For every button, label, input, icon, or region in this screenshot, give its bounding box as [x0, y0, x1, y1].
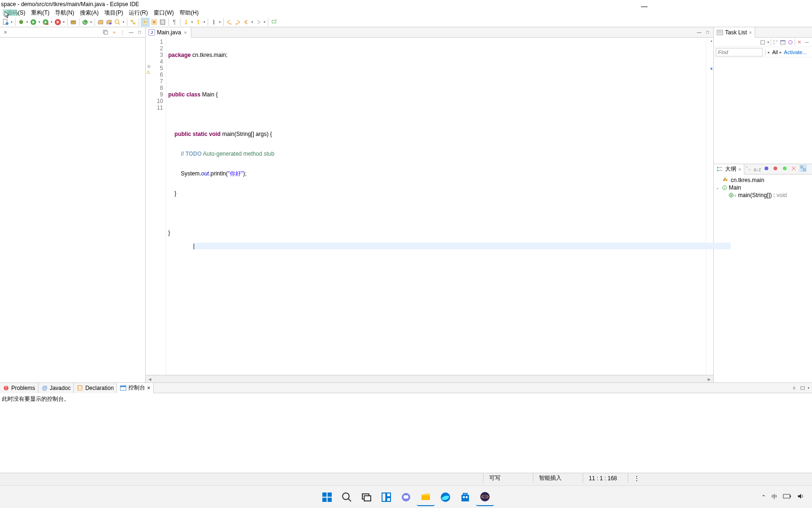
- outline-hide-static-icon[interactable]: [772, 165, 779, 172]
- new-icon[interactable]: [2, 18, 9, 26]
- run-dropdown[interactable]: [38, 20, 41, 24]
- pin-editor-icon[interactable]: [270, 18, 278, 26]
- paragraph-icon[interactable]: ¶: [171, 18, 178, 26]
- nav-fwd-icon[interactable]: [255, 18, 262, 26]
- declaration-tab[interactable]: D Declaration: [74, 383, 117, 393]
- menu-project[interactable]: 项目(P): [102, 9, 126, 17]
- collapse-tasks-icon[interactable]: ✕: [796, 39, 803, 46]
- editor-minimize-icon[interactable]: —: [695, 29, 703, 36]
- display-console-dropdown[interactable]: [807, 384, 810, 392]
- last-edit-icon[interactable]: [210, 18, 218, 26]
- all-arrow-icon[interactable]: ▸: [768, 50, 770, 55]
- console-close-icon[interactable]: ×: [147, 385, 150, 391]
- chat-icon[interactable]: [397, 488, 415, 506]
- editor-tab-main[interactable]: J Main.java ×: [146, 27, 191, 38]
- outline-close-icon[interactable]: ×: [738, 167, 741, 172]
- nav-fwd-dropdown[interactable]: [263, 20, 266, 24]
- widgets-icon[interactable]: [377, 488, 395, 506]
- categorize-icon[interactable]: [772, 39, 779, 46]
- collapse-all-icon[interactable]: [102, 29, 109, 36]
- tasklist-activate-link[interactable]: Activate...: [784, 49, 806, 55]
- javadoc-tab[interactable]: @ Javadoc: [39, 383, 74, 393]
- outline-link-icon[interactable]: [799, 165, 807, 172]
- outline-package-row[interactable]: cn.tkres.main: [716, 176, 810, 184]
- menu-search[interactable]: 搜索(A): [77, 9, 102, 17]
- quickfix-marker-icon[interactable]: ⚠: [146, 70, 152, 75]
- window-minimize-icon[interactable]: —: [641, 2, 648, 10]
- toggle-breadcrumb-icon[interactable]: [129, 18, 137, 26]
- toggle-block-selection-icon[interactable]: [150, 18, 158, 26]
- ruler-todo-mark-icon[interactable]: [710, 68, 712, 70]
- tray-ime-icon[interactable]: 中: [772, 493, 777, 501]
- tray-battery-icon[interactable]: [783, 493, 791, 500]
- edge-browser-icon[interactable]: [437, 488, 454, 506]
- open-type-icon[interactable]: [97, 18, 104, 26]
- pin-console-icon[interactable]: [790, 384, 798, 392]
- debug-dropdown[interactable]: [26, 20, 29, 24]
- editor-tab-close-icon[interactable]: ×: [183, 30, 187, 35]
- coverage-icon[interactable]: [42, 18, 49, 26]
- problems-tab[interactable]: ! Problems: [0, 383, 39, 393]
- outline-focus-icon[interactable]: [744, 165, 752, 172]
- outline-sort-icon[interactable]: a↓z: [754, 166, 761, 174]
- code-area[interactable]: package cn.tkres.main; public class Main…: [166, 38, 706, 375]
- menu-run[interactable]: 运行(R): [126, 9, 151, 17]
- new-task-icon[interactable]: [759, 39, 766, 46]
- task-view-icon[interactable]: [358, 488, 375, 506]
- file-explorer-icon[interactable]: [417, 488, 435, 506]
- coverage-dropdown[interactable]: [50, 20, 53, 24]
- run-icon[interactable]: [30, 18, 37, 26]
- schedule-icon[interactable]: [780, 39, 786, 46]
- fwd-edit-icon[interactable]: [234, 18, 242, 26]
- menu-help[interactable]: 帮助(H): [177, 9, 202, 17]
- hide-icon[interactable]: [804, 39, 810, 46]
- menu-refactor[interactable]: 重构(T): [28, 9, 52, 17]
- back-edit-icon[interactable]: [226, 18, 233, 26]
- scroll-right-icon[interactable]: ▸: [708, 376, 710, 382]
- tray-volume-icon[interactable]: [797, 493, 804, 501]
- open-task-icon[interactable]: [105, 18, 113, 26]
- tasklist-all-link[interactable]: All: [772, 49, 778, 55]
- eclipse-taskbar-icon[interactable]: [476, 488, 494, 506]
- outline-hide-local-icon[interactable]: [790, 165, 797, 172]
- editor-body[interactable]: ⊖ ⚠ 1 2 3 4 5 6 7 8 9 10 11 package cn.t…: [146, 38, 713, 375]
- console-tab[interactable]: 控制台 ×: [117, 383, 154, 393]
- last-edit-dropdown[interactable]: [219, 20, 221, 24]
- annotation-nav-dropdown[interactable]: [191, 20, 194, 24]
- menu-window[interactable]: 窗口(W): [151, 9, 177, 17]
- editor-horizontal-scrollbar[interactable]: ◂ ▸: [146, 375, 713, 382]
- outline-tab[interactable]: 大纲 ×: [714, 164, 744, 175]
- run-last-icon[interactable]: [54, 18, 62, 26]
- nav-back-dropdown[interactable]: [251, 20, 254, 24]
- outline-method-row[interactable]: ●s main(String[]) : void: [716, 191, 810, 199]
- menu-navigate[interactable]: 导航(N): [52, 9, 77, 17]
- debug-icon[interactable]: [17, 18, 25, 26]
- search-icon[interactable]: [114, 18, 121, 26]
- focus-icon[interactable]: [787, 39, 794, 46]
- tasklist-close-icon[interactable]: ×: [749, 30, 752, 35]
- fold-marker-icon[interactable]: ⊖: [146, 64, 152, 70]
- annotation-prev-icon[interactable]: [195, 18, 202, 26]
- editor-maximize-icon[interactable]: □: [704, 29, 711, 36]
- ruler-top-arrow-icon[interactable]: ▴: [710, 39, 712, 43]
- outline-hide-fields-icon[interactable]: [763, 165, 770, 172]
- nav-back-icon[interactable]: [242, 18, 250, 26]
- left-panel-close-icon[interactable]: ×: [2, 29, 9, 36]
- display-console-icon[interactable]: [799, 384, 806, 392]
- view-menu-icon[interactable]: ⋮: [119, 29, 126, 36]
- scroll-left-icon[interactable]: ◂: [148, 376, 151, 382]
- run-last-dropdown[interactable]: [62, 20, 65, 24]
- windows-search-icon[interactable]: [338, 488, 356, 506]
- maximize-view-icon[interactable]: □: [136, 29, 143, 36]
- annotation-nav-icon[interactable]: [182, 18, 190, 26]
- new-class-dropdown[interactable]: [90, 20, 93, 24]
- show-whitespace-icon[interactable]: a: [159, 18, 166, 26]
- search-dropdown[interactable]: [122, 20, 125, 24]
- tasklist-tab[interactable]: Task List ×: [714, 27, 755, 38]
- tray-overflow-icon[interactable]: ⌃: [761, 494, 766, 500]
- minimize-view-icon[interactable]: —: [127, 29, 135, 36]
- tasklist-find-input[interactable]: [716, 48, 763, 56]
- new-task-dropdown[interactable]: [767, 40, 770, 44]
- activate-arrow-icon[interactable]: ▸: [780, 50, 782, 55]
- new-class-icon[interactable]: C: [81, 18, 89, 26]
